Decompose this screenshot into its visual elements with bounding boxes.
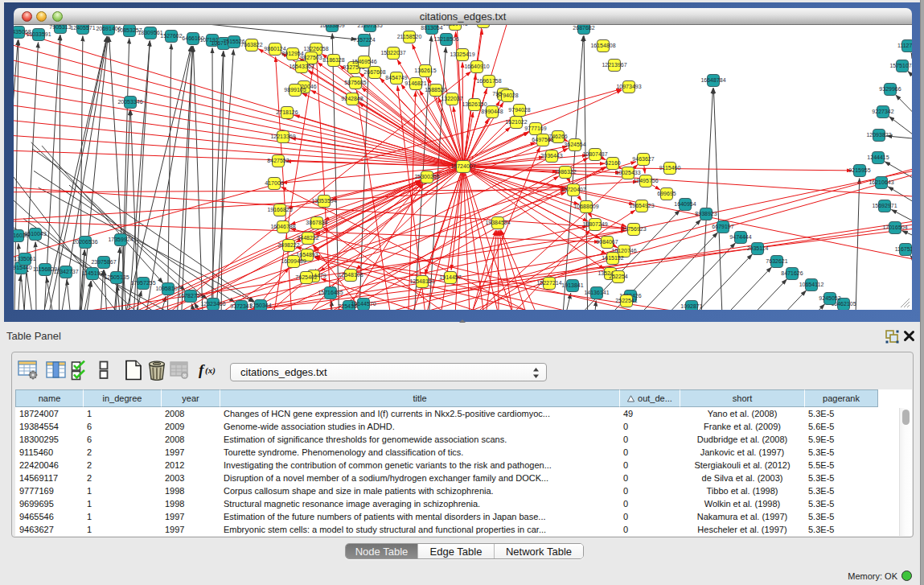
function-builder-icon[interactable]: f (x) xyxy=(198,361,222,379)
graph-edge[interactable] xyxy=(136,290,142,310)
column-header-year[interactable]: year xyxy=(161,389,220,407)
cell-out_de[interactable]: 0 xyxy=(619,511,680,524)
column-header-pagerank[interactable]: pagerank xyxy=(804,389,878,407)
cell-pagerank[interactable]: 5.9E-5 xyxy=(804,434,878,447)
graph-node[interactable] xyxy=(478,25,490,28)
cell-out_de[interactable]: 0 xyxy=(619,459,680,472)
float-window-icon[interactable] xyxy=(885,330,899,344)
graph-edge[interactable] xyxy=(84,281,91,310)
row-height-icon[interactable] xyxy=(99,360,109,380)
cell-in_degree[interactable]: 2 xyxy=(83,447,161,459)
graph-edge[interactable] xyxy=(14,197,141,310)
close-panel-icon[interactable] xyxy=(903,330,915,342)
column-header-name[interactable]: name xyxy=(15,389,83,407)
show-columns-icon[interactable] xyxy=(46,360,67,380)
cell-title[interactable]: Estimation of significance thresholds fo… xyxy=(220,434,619,447)
cell-title[interactable]: Genome-wide association studies in ADHD. xyxy=(220,421,619,434)
cell-in_degree[interactable]: 1 xyxy=(83,524,161,536)
cell-title[interactable]: Corpus callosum shape and size in male p… xyxy=(220,485,619,498)
cell-title[interactable]: Changes of HCN gene expression and I(f) … xyxy=(220,408,619,421)
graph-edge[interactable] xyxy=(47,277,53,310)
cell-title[interactable]: Disruption of a novel member of a sodium… xyxy=(220,472,619,485)
graph-edge[interactable] xyxy=(896,95,912,125)
cell-short[interactable]: Nakamura et al. (1997) xyxy=(680,511,804,524)
cell-pagerank[interactable]: 5.3E-5 xyxy=(804,485,878,498)
graph-edge[interactable] xyxy=(179,192,566,310)
cell-year[interactable]: 2008 xyxy=(161,434,220,447)
graph-edge[interactable] xyxy=(753,279,787,310)
cell-year[interactable]: 1997 xyxy=(161,511,220,524)
cell-pagerank[interactable]: 5.3E-5 xyxy=(804,408,878,421)
network-canvas[interactable]: 2143506819033591790531312405571206914061… xyxy=(14,25,912,310)
network-view-window[interactable]: citations_edges.txt 21435068190335917905… xyxy=(4,2,920,322)
cell-pagerank[interactable]: 5.3E-5 xyxy=(804,472,878,485)
cell-title[interactable]: Embryonic stem cells: a model to study s… xyxy=(220,524,619,536)
cell-name[interactable]: 18300295 xyxy=(15,434,83,447)
graph-edge[interactable] xyxy=(725,267,771,310)
cell-pagerank[interactable]: 5.3E-5 xyxy=(804,498,878,511)
split-pane-handle[interactable] xyxy=(459,319,466,323)
cell-title[interactable]: Tourette syndrome. Phenomenology and cla… xyxy=(220,447,619,459)
column-header-short[interactable]: short xyxy=(680,389,804,407)
cell-short[interactable]: Stergiakouli et al. (2012) xyxy=(680,459,804,472)
cell-name[interactable]: 18724007 xyxy=(15,408,83,421)
citation-network-graph[interactable]: 2143506819033591790531312405571206914061… xyxy=(14,25,912,310)
new-column-icon[interactable] xyxy=(125,360,142,381)
table-row[interactable]: 977716911998Corpus callosum shape and si… xyxy=(15,485,912,498)
delete-column-icon[interactable] xyxy=(147,360,166,381)
cell-out_de[interactable]: 0 xyxy=(619,485,680,498)
table-row[interactable]: 1830029562008Estimation of significance … xyxy=(15,434,912,447)
cell-short[interactable]: Franke et al. (2009) xyxy=(680,421,804,434)
graph-edge[interactable] xyxy=(133,41,150,311)
table-row[interactable]: 969969511998Structural magnetic resonanc… xyxy=(15,498,912,511)
table-row[interactable]: 946554611997Estimation of the future num… xyxy=(15,511,912,524)
tab-edge-table[interactable]: Edge Table xyxy=(417,544,494,558)
graph-edge[interactable] xyxy=(814,304,825,310)
column-header-title[interactable]: title xyxy=(220,389,619,407)
cell-out_de[interactable]: 0 xyxy=(619,434,680,447)
cell-pagerank[interactable]: 5.3E-5 xyxy=(804,524,878,536)
cell-in_degree[interactable]: 1 xyxy=(83,511,161,524)
cell-short[interactable]: Dudbridge et al. (2008) xyxy=(680,434,804,447)
graph-edge[interactable] xyxy=(87,281,92,310)
table-row[interactable]: 911546021997Tourette syndrome. Phenomeno… xyxy=(15,447,912,459)
cell-in_degree[interactable]: 6 xyxy=(83,421,161,434)
table-scrollbar-thumb[interactable] xyxy=(902,410,910,425)
cell-year[interactable]: 2009 xyxy=(161,421,220,434)
cell-in_degree[interactable]: 1 xyxy=(83,408,161,421)
cell-year[interactable]: 1997 xyxy=(161,524,220,536)
column-header-in_degree[interactable]: in_degree xyxy=(83,389,161,407)
cell-short[interactable]: Jankovic et al. (1997) xyxy=(680,447,804,459)
table-row[interactable]: 1456911722003Disruption of a novel membe… xyxy=(15,472,912,485)
cell-name[interactable]: 9465546 xyxy=(15,511,83,524)
cell-out_de[interactable]: 49 xyxy=(619,408,680,421)
delete-table-icon[interactable] xyxy=(170,360,189,380)
cell-name[interactable]: 9777169 xyxy=(15,485,83,498)
cell-year[interactable]: 2003 xyxy=(161,472,220,485)
graph-edge[interactable] xyxy=(463,167,912,262)
graph-edge[interactable] xyxy=(701,89,713,311)
cell-short[interactable]: de Silva et al. (2003) xyxy=(680,472,804,485)
cell-out_de[interactable]: 0 xyxy=(619,447,680,459)
cell-name[interactable]: 9115460 xyxy=(15,447,83,459)
cell-title[interactable]: Estimation of the future numbers of pati… xyxy=(220,511,619,524)
graph-edge[interactable] xyxy=(713,89,722,311)
graph-edge[interactable] xyxy=(332,34,339,311)
cell-in_degree[interactable]: 1 xyxy=(83,485,161,498)
cell-out_de[interactable]: 0 xyxy=(619,421,680,434)
graph-edge[interactable] xyxy=(121,39,129,311)
cell-pagerank[interactable]: 5.3E-5 xyxy=(804,511,878,524)
cell-short[interactable]: Hescheler et al. (1997) xyxy=(680,524,804,536)
cell-name[interactable]: 9699695 xyxy=(15,498,83,511)
cell-in_degree[interactable]: 2 xyxy=(83,472,161,485)
cell-name[interactable]: 9463627 xyxy=(15,524,83,536)
graph-edge[interactable] xyxy=(18,276,21,311)
cell-short[interactable]: Wolkin et al. (1998) xyxy=(680,498,804,511)
cell-name[interactable]: 22420046 xyxy=(15,459,83,472)
cell-pagerank[interactable]: 5.5E-5 xyxy=(804,459,878,472)
graph-edge[interactable] xyxy=(889,117,912,144)
cell-title[interactable]: Structural magnetic resonance image aver… xyxy=(220,498,619,511)
cell-year[interactable]: 1998 xyxy=(161,498,220,511)
cell-in_degree[interactable]: 6 xyxy=(83,434,161,447)
cell-in_degree[interactable]: 1 xyxy=(83,498,161,511)
